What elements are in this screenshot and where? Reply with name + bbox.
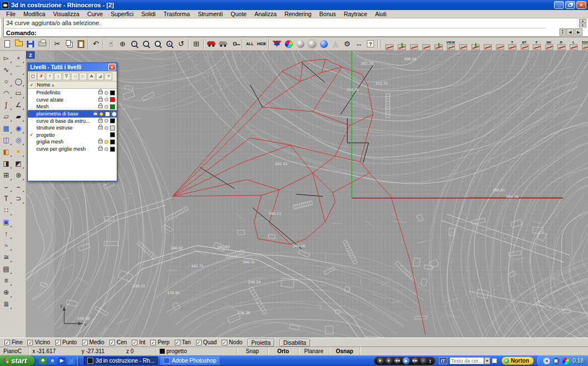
cplane-field[interactable]: PianoC xyxy=(0,347,29,356)
osnap-button-disabilita[interactable]: Disabilita xyxy=(279,339,310,346)
menu-bonus[interactable]: Bonus xyxy=(315,10,340,18)
layer-bulb-icon[interactable] xyxy=(104,126,108,130)
layer-lock-icon[interactable] xyxy=(98,126,103,129)
fillet-tool[interactable]: ⌣ xyxy=(0,181,12,192)
viewport-preset-bk[interactable]: BK xyxy=(543,38,555,50)
boolean-tool[interactable]: ◧ xyxy=(0,146,12,157)
pipe-tool[interactable]: ◎ xyxy=(12,134,25,146)
menu-solidi[interactable]: Solidi xyxy=(137,10,160,18)
viewport-preset-icon-6[interactable] xyxy=(457,38,469,50)
layer-row[interactable]: planimetria di base xyxy=(28,110,117,118)
layers-name-column[interactable]: Nome ▴ xyxy=(35,82,117,88)
layer-color-swatch[interactable] xyxy=(110,97,115,102)
menu-file[interactable]: File xyxy=(2,10,20,18)
layer-wedge-icon[interactable] xyxy=(271,38,283,50)
viewport-layout-icon[interactable]: ⊞ xyxy=(190,38,202,50)
filter-layers-button[interactable]: ∇ xyxy=(63,73,70,80)
split-tool[interactable]: ◩ xyxy=(12,157,25,169)
collapse-button[interactable]: ◁ xyxy=(71,73,79,80)
layer-color-swatch[interactable] xyxy=(110,104,115,109)
save-file-icon[interactable] xyxy=(25,38,36,50)
menu-analizza[interactable]: Analizza xyxy=(251,10,281,18)
orient-tool[interactable]: ⊕ xyxy=(0,286,12,298)
layer-row[interactable]: curve alzate xyxy=(28,97,117,104)
viewport-preset-icon-9[interactable] xyxy=(494,38,506,50)
restore-button[interactable] xyxy=(565,1,575,9)
layer-help-button[interactable]: ? xyxy=(104,73,112,80)
dimension-icon[interactable]: ↔ xyxy=(353,38,365,50)
layer-row[interactable]: griglia mesh xyxy=(28,138,117,146)
menu-trasforma[interactable]: Trasforma xyxy=(160,10,194,18)
media-player-icon[interactable]: ▶ xyxy=(58,357,65,364)
start-button[interactable]: start xyxy=(0,355,35,366)
search-dropdown-icon[interactable]: ▼ xyxy=(484,357,490,364)
curve-interpolate-tool[interactable]: ⌒ xyxy=(12,64,25,75)
command-scroll-right[interactable]: ▶ xyxy=(575,28,582,36)
layer-row[interactable]: ✓progetto xyxy=(28,132,117,139)
delete-layer-button[interactable]: ✗ xyxy=(37,73,45,80)
viewport-canvas[interactable]: 363.20366.04352.25374.38345.53345.11349.… xyxy=(26,51,588,338)
viewport-preset-icon-8[interactable] xyxy=(481,38,494,50)
norton-badge[interactable]: ✓ Norton xyxy=(501,357,534,365)
viewport-preset-view[interactable]: VIEW xyxy=(444,38,457,50)
viewport-preset-icon-0[interactable] xyxy=(383,38,395,50)
layer-lock-icon[interactable] xyxy=(98,98,103,102)
layer-bulb-icon[interactable] xyxy=(104,91,108,95)
layer-row[interactable]: Mesh xyxy=(28,103,117,110)
taskbar-task-1[interactable]: Adobe Photoshop xyxy=(160,357,220,365)
explode-tool[interactable]: ✶ xyxy=(12,146,25,157)
status-pane-orto[interactable]: Orto xyxy=(268,347,299,356)
layer-bulb-icon[interactable] xyxy=(104,119,108,123)
layer-color-swatch[interactable] xyxy=(110,118,115,123)
cylinder-tool[interactable]: ◫ xyxy=(0,134,12,146)
search-input[interactable] xyxy=(450,357,484,364)
arc-tool[interactable]: ◠ xyxy=(0,87,12,99)
extrude-tool[interactable]: ↑ xyxy=(0,228,12,239)
command-hspinner[interactable]: ▲▼ xyxy=(560,28,566,36)
solid-tools[interactable]: ▣ xyxy=(0,216,12,228)
menu-superfici[interactable]: Superfici xyxy=(107,10,137,18)
osnap-toggle-fine[interactable]: ✓Fine xyxy=(4,339,22,345)
media-button-1[interactable]: ■ xyxy=(386,358,392,364)
layer-row[interactable]: curve per griglie mesh xyxy=(28,146,117,153)
layer-color-swatch[interactable] xyxy=(105,112,110,117)
surface-tool[interactable]: ▱ xyxy=(0,110,12,122)
zoom-selected-icon[interactable]: ∙ xyxy=(152,38,164,50)
viewport-preset-icon-1[interactable] xyxy=(395,38,408,50)
sort-button[interactable]: ◢ xyxy=(96,73,104,80)
osnap-toggle-int[interactable]: ✓Int xyxy=(132,339,145,345)
point-tool[interactable]: ∘ xyxy=(12,52,25,64)
viewport-tab[interactable]: 2 xyxy=(26,51,35,59)
status-pane-snap[interactable]: Snap xyxy=(237,347,268,356)
language-indicator[interactable]: IT xyxy=(439,357,447,364)
viewport-preset-icon-7[interactable] xyxy=(469,38,481,50)
undo-view-icon[interactable]: ↺ xyxy=(175,38,187,50)
align-tool[interactable]: ≡ xyxy=(0,274,12,286)
object-list-tool[interactable]: ≣ xyxy=(0,298,12,310)
layer-color-swatch[interactable] xyxy=(110,139,115,145)
hide-icon[interactable]: HIDE xyxy=(256,38,267,50)
command-grip[interactable] xyxy=(0,18,4,37)
cone-icon[interactable] xyxy=(329,38,341,50)
viewport-preset-edit[interactable]: EDIT xyxy=(580,38,588,50)
media-button-2[interactable]: ◀◀ xyxy=(394,358,400,364)
expand-button[interactable]: ▷ xyxy=(79,73,87,80)
open-file-icon[interactable] xyxy=(13,38,25,50)
key-icon[interactable] xyxy=(229,38,241,50)
zoom-window-icon[interactable]: ▫ xyxy=(140,38,152,50)
layer-bulb-icon[interactable] xyxy=(99,112,103,116)
points-grid-tool[interactable]: ∷ xyxy=(0,204,12,216)
osnap-toggle-punto[interactable]: ✓Punto xyxy=(55,339,77,345)
red-car-icon[interactable] xyxy=(205,38,217,50)
media-button-5[interactable]: ♪ xyxy=(420,358,427,364)
shaded-sphere-icon[interactable] xyxy=(294,38,306,50)
print-icon[interactable] xyxy=(36,38,48,50)
layer-lock-icon[interactable] xyxy=(98,91,103,94)
layers-panel-titlebar[interactable]: Livelli - Tutti i livelli x xyxy=(28,63,117,71)
internet-explorer-icon[interactable]: e xyxy=(49,357,56,364)
array-tool[interactable]: ⊞ xyxy=(0,169,12,181)
layers-panel-close-icon[interactable]: x xyxy=(108,64,116,70)
move-layer-up-button[interactable]: ↑ xyxy=(46,73,54,80)
text-tool[interactable]: T xyxy=(0,192,12,204)
gray-car-icon[interactable] xyxy=(217,38,229,50)
